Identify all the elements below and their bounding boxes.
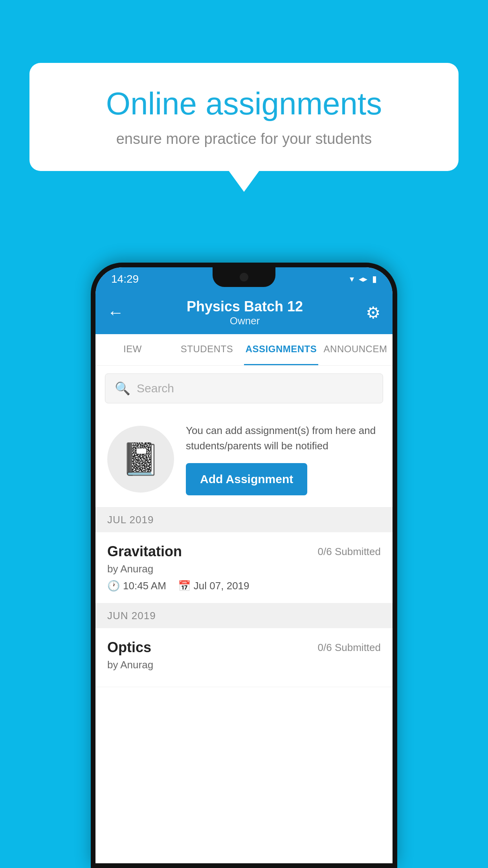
app-header: ← Physics Batch 12 Owner ⚙ [95, 291, 393, 334]
speech-bubble-box: Online assignments ensure more practice … [29, 63, 459, 171]
wifi-icon: ▾ [350, 274, 354, 284]
add-assignment-button[interactable]: Add Assignment [186, 463, 307, 495]
camera-dot [240, 273, 248, 281]
assignment-by-optics: by Anurag [107, 659, 381, 671]
assignment-time-value: 10:45 AM [123, 580, 166, 592]
speech-bubble-subtitle: ensure more practice for your students [61, 131, 427, 147]
assignment-row-top-optics: Optics 0/6 Submitted [107, 639, 381, 656]
phone-screen: 14:29 ▾ ◂▸ ▮ ← Physics Batch 12 Owner ⚙ … [95, 267, 393, 863]
header-title-group: Physics Batch 12 Owner [187, 298, 303, 327]
settings-icon[interactable]: ⚙ [366, 303, 381, 322]
speech-bubble-title: Online assignments [61, 86, 427, 121]
tab-iew[interactable]: IEW [95, 334, 170, 365]
back-button[interactable]: ← [107, 303, 124, 322]
search-bar[interactable]: 🔍 Search [105, 373, 383, 403]
speech-bubble-tail [228, 170, 260, 192]
search-container: 🔍 Search [95, 366, 393, 411]
assignment-name-optics: Optics [107, 639, 151, 656]
assignment-submitted: 0/6 Submitted [318, 546, 381, 558]
content-area: 🔍 Search 📓 You can add assignment(s) fro… [95, 366, 393, 863]
status-time: 14:29 [111, 273, 139, 285]
tab-announcements[interactable]: ANNOUNCEM [318, 334, 393, 365]
assignment-date-value: Jul 07, 2019 [194, 580, 250, 592]
promo-icon-circle: 📓 [107, 426, 174, 493]
tab-assignments[interactable]: ASSIGNMENTS [244, 334, 318, 365]
calendar-icon: 📅 [178, 580, 191, 592]
status-bar: 14:29 ▾ ◂▸ ▮ [95, 267, 393, 291]
tab-bar: IEW STUDENTS ASSIGNMENTS ANNOUNCEM [95, 334, 393, 366]
assignment-date: 📅 Jul 07, 2019 [178, 580, 250, 592]
promo-speech-bubble: Online assignments ensure more practice … [29, 63, 459, 192]
tab-students[interactable]: STUDENTS [170, 334, 244, 365]
promo-text-group: You can add assignment(s) from here and … [186, 423, 381, 495]
search-icon: 🔍 [115, 381, 130, 396]
battery-icon: ▮ [372, 274, 377, 284]
header-subtitle: Owner [187, 315, 303, 327]
assignment-submitted-optics: 0/6 Submitted [318, 642, 381, 654]
month-header-jul: JUL 2019 [95, 508, 393, 532]
assignment-item-optics[interactable]: Optics 0/6 Submitted by Anurag [95, 628, 393, 687]
notebook-icon: 📓 [121, 441, 160, 478]
month-header-jun: JUN 2019 [95, 603, 393, 628]
assignment-time: 🕐 10:45 AM [107, 580, 166, 592]
status-icons: ▾ ◂▸ ▮ [350, 274, 377, 284]
assignment-row-top: Gravitation 0/6 Submitted [107, 543, 381, 560]
assignment-by: by Anurag [107, 563, 381, 575]
promo-card: 📓 You can add assignment(s) from here an… [95, 411, 393, 508]
assignment-meta: 🕐 10:45 AM 📅 Jul 07, 2019 [107, 580, 381, 592]
clock-icon: 🕐 [107, 580, 120, 592]
header-title: Physics Batch 12 [187, 298, 303, 315]
assignment-name: Gravitation [107, 543, 182, 560]
signal-icon: ◂▸ [359, 274, 367, 284]
promo-description: You can add assignment(s) from here and … [186, 423, 381, 454]
search-placeholder-text: Search [137, 382, 174, 395]
assignment-item-gravitation[interactable]: Gravitation 0/6 Submitted by Anurag 🕐 10… [95, 532, 393, 603]
phone-frame: 14:29 ▾ ◂▸ ▮ ← Physics Batch 12 Owner ⚙ … [91, 263, 397, 868]
notch [213, 267, 275, 287]
